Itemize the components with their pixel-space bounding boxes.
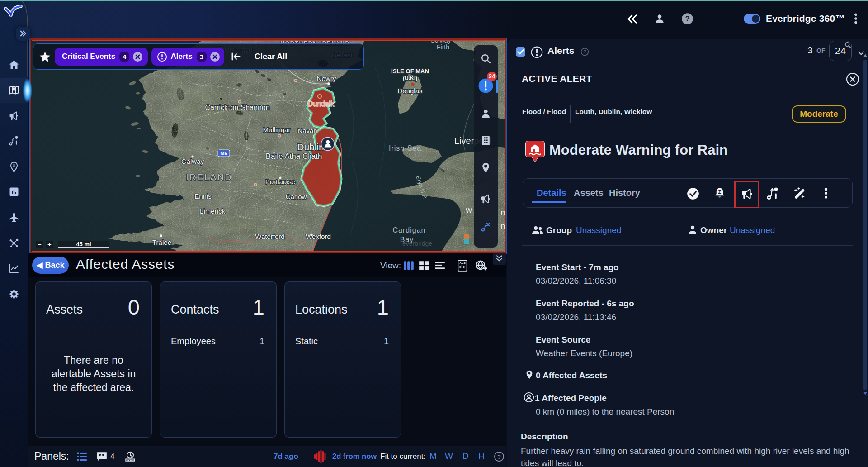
- svg-text:Portlaoise: Portlaoise: [265, 178, 296, 186]
- svg-text:ISLE OF MAN: ISLE OF MAN: [391, 68, 429, 75]
- svg-text:IRELAND: IRELAND: [186, 172, 232, 182]
- svg-text:Mullingar: Mullingar: [263, 126, 291, 133]
- svg-text:?: ?: [685, 15, 690, 23]
- svg-text:Irish Sea: Irish Sea: [389, 144, 421, 152]
- svg-text:W: W: [466, 206, 472, 214]
- svg-text:Tralee: Tralee: [152, 238, 171, 246]
- svg-text:Galway: Galway: [181, 157, 204, 165]
- svg-text:Dundalk: Dundalk: [308, 100, 335, 108]
- svg-text:Limerick: Limerick: [200, 207, 225, 215]
- svg-text:(U.K.): (U.K.): [403, 75, 417, 81]
- svg-text:Douglas: Douglas: [397, 87, 422, 95]
- svg-text:Cardigan: Cardigan: [393, 226, 426, 234]
- svg-text:?: ?: [497, 453, 501, 460]
- svg-text:Waterford: Waterford: [255, 233, 284, 240]
- svg-text:everbridge: everbridge: [402, 240, 432, 247]
- svg-text:m: m: [500, 208, 505, 217]
- svg-text:Firth: Firth: [437, 43, 449, 51]
- svg-text:Wexford: Wexford: [306, 233, 331, 240]
- svg-text:M6: M6: [220, 151, 227, 156]
- svg-text:?: ?: [583, 49, 586, 54]
- svg-text:Baile Atha Cliath: Baile Atha Cliath: [266, 152, 322, 161]
- svg-text:Navan: Navan: [297, 127, 317, 134]
- svg-text:Carlow: Carlow: [286, 193, 307, 200]
- svg-text:Dublin: Dublin: [297, 142, 324, 152]
- svg-text:Z: Z: [718, 189, 722, 195]
- svg-text:XLS: XLS: [459, 261, 466, 264]
- svg-text:Newry: Newry: [317, 75, 336, 82]
- svg-text:n: n: [500, 221, 505, 231]
- svg-text:Carrick-on-Shannon: Carrick-on-Shannon: [205, 104, 269, 111]
- svg-text:Ennis: Ennis: [194, 192, 212, 200]
